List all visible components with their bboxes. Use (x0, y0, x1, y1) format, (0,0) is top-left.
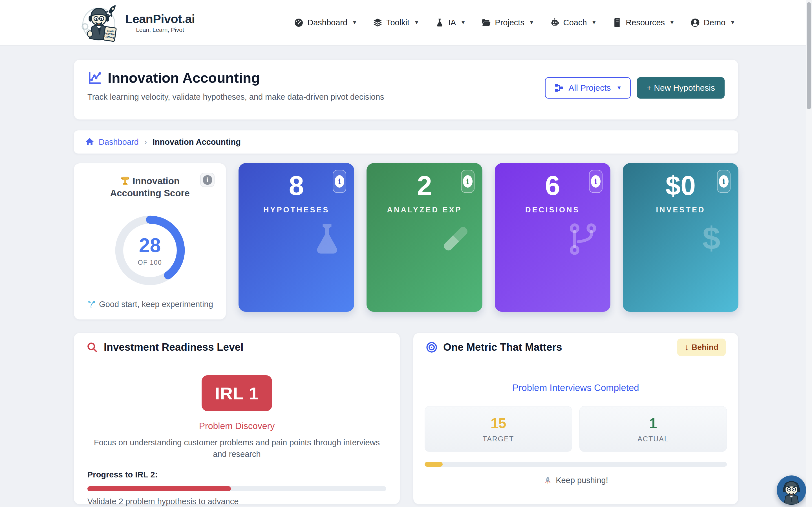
scrollbar-thumb[interactable] (807, 2, 811, 109)
nav-label: Toolkit (386, 18, 409, 27)
line-chart-icon (87, 71, 102, 86)
nav-item-projects[interactable]: Projects ▼ (481, 18, 534, 27)
nav-label: IA (448, 18, 456, 27)
new-hypothesis-label: + New Hypothesis (647, 83, 715, 93)
top-bar: LEAN STARTUP CANVAS LeanPivot.ai Lean, L… (0, 0, 812, 46)
breadcrumb-dashboard-link[interactable]: Dashboard (99, 137, 139, 147)
actual-label: ACTUAL (638, 435, 669, 443)
target-label: TARGET (483, 435, 514, 443)
brand-tagline: Lean, Learn, Pivot (136, 26, 184, 33)
chevron-down-icon: ▼ (352, 19, 357, 25)
person-circle-icon (691, 18, 700, 27)
git-branch-icon (566, 219, 601, 260)
nav-item-demo[interactable]: Demo ▼ (691, 18, 735, 27)
brand-text: LeanPivot.ai Lean, Learn, Pivot (125, 12, 195, 33)
nav-item-resources[interactable]: Resources ▼ (612, 18, 674, 27)
search-icon (86, 341, 98, 353)
irl-progress-label: Progress to IRL 2: (87, 470, 400, 480)
trophy-icon (120, 176, 130, 186)
chat-assistant-button[interactable] (777, 475, 806, 505)
breadcrumb-separator: › (143, 138, 148, 147)
nav-label: Dashboard (307, 18, 347, 27)
score-gauge: 28 OF 100 (113, 214, 187, 287)
main-nav: Dashboard ▼ Toolkit ▼ IA ▼ Projects (294, 18, 735, 27)
omtm-card: One Metric That Matters ↓ Behind Problem… (413, 333, 739, 504)
irl-progress-fill (87, 486, 231, 491)
dollar-icon: $ (694, 219, 729, 260)
chevron-down-icon: ▼ (460, 19, 466, 25)
rocket-icon (543, 476, 552, 485)
score-value: 28 (139, 234, 161, 257)
layers-icon (373, 18, 382, 27)
stat-card-invested: i $0 INVESTED $ (623, 163, 739, 312)
info-icon[interactable]: i (333, 170, 346, 193)
irl-progress-track (87, 486, 386, 491)
flask-icon (435, 18, 444, 27)
nav-item-coach[interactable]: Coach ▼ (550, 18, 597, 27)
brand-logo[interactable]: LEAN STARTUP CANVAS LeanPivot.ai Lean, L… (78, 3, 195, 43)
nav-label: Demo (704, 18, 725, 27)
omtm-metric-grid: 15 TARGET 1 ACTUAL (413, 406, 738, 452)
down-arrow-icon: ↓ (684, 342, 689, 352)
irl-card-header: Investment Readiness Level (74, 333, 400, 362)
irl-description: Focus on understanding customer problems… (90, 437, 384, 460)
chevron-down-icon: ▼ (529, 19, 534, 25)
stat-card-analyzed-exp: i 2 ANALYZED EXP (366, 163, 482, 312)
target-icon (426, 341, 438, 353)
info-icon[interactable]: i (200, 173, 214, 187)
chevron-down-icon: ▼ (617, 85, 622, 91)
detail-row: Investment Readiness Level IRL 1 Problem… (73, 333, 739, 504)
seedling-icon (87, 300, 96, 309)
actual-value: 1 (649, 415, 657, 432)
stat-card-hypotheses: i 8 HYPOTHESES (239, 163, 354, 312)
page-title: Innovation Accounting (108, 70, 260, 86)
stat-label: DECISIONS (495, 206, 610, 214)
nav-item-toolkit[interactable]: Toolkit ▼ (373, 18, 419, 27)
stat-label: HYPOTHESES (239, 206, 354, 214)
irl-level-badge: IRL 1 (202, 375, 272, 411)
actual-box: 1 ACTUAL (579, 406, 727, 452)
main-content: Innovation Accounting Track learning vel… (73, 46, 739, 504)
all-projects-label: All Projects (569, 83, 611, 93)
omtm-card-title: One Metric That Matters (443, 341, 562, 353)
irl-card: Investment Readiness Level IRL 1 Problem… (73, 333, 400, 504)
score-card-title: Innovation Accounting Score (95, 175, 205, 200)
stat-card-decisions: i 6 DECISIONS (495, 163, 610, 312)
kpi-row: i Innovation Accounting Score 28 OF 10 (73, 163, 739, 320)
chevron-down-icon: ▼ (730, 19, 735, 25)
flask-icon (310, 219, 345, 260)
status-badge[interactable]: ↓ Behind (677, 339, 726, 356)
folder-open-icon (481, 18, 491, 27)
diagram-icon (554, 83, 564, 93)
scrollbar-track (806, 0, 812, 507)
nav-item-ia[interactable]: IA ▼ (435, 18, 466, 27)
target-value: 15 (491, 415, 506, 432)
page-header-card: Innovation Accounting Track learning vel… (73, 59, 739, 120)
breadcrumb-current: Innovation Accounting (153, 137, 241, 147)
page-header-actions: All Projects ▼ + New Hypothesis (545, 77, 725, 109)
all-projects-button[interactable]: All Projects ▼ (545, 77, 631, 99)
svg-text:$: $ (702, 220, 720, 256)
book-icon (612, 18, 622, 27)
info-icon[interactable]: i (589, 170, 603, 193)
mascot-logo-icon: LEAN STARTUP CANVAS (78, 3, 122, 43)
omtm-card-header: One Metric That Matters ↓ Behind (413, 333, 738, 362)
page-subtitle: Track learning velocity, validate hypoth… (87, 93, 384, 102)
status-badge-label: Behind (692, 343, 718, 352)
stat-label: ANALYZED EXP (366, 206, 482, 214)
nav-item-dashboard[interactable]: Dashboard ▼ (294, 18, 357, 27)
nav-label: Coach (563, 18, 587, 27)
info-icon[interactable]: i (461, 170, 474, 193)
new-hypothesis-button[interactable]: + New Hypothesis (637, 77, 725, 99)
info-icon[interactable]: i (717, 170, 730, 193)
stat-label: INVESTED (623, 206, 739, 214)
chevron-down-icon: ▼ (414, 19, 419, 25)
score-of-label: OF 100 (138, 259, 162, 267)
chevron-down-icon: ▼ (592, 19, 597, 25)
ia-score-card: i Innovation Accounting Score 28 OF 10 (73, 163, 226, 320)
speedometer-icon (294, 18, 303, 27)
brand-name: LeanPivot.ai (125, 12, 195, 26)
omtm-metric-name: Problem Interviews Completed (413, 383, 738, 393)
target-box: 15 TARGET (424, 406, 572, 452)
omtm-progress-fill (424, 462, 443, 467)
